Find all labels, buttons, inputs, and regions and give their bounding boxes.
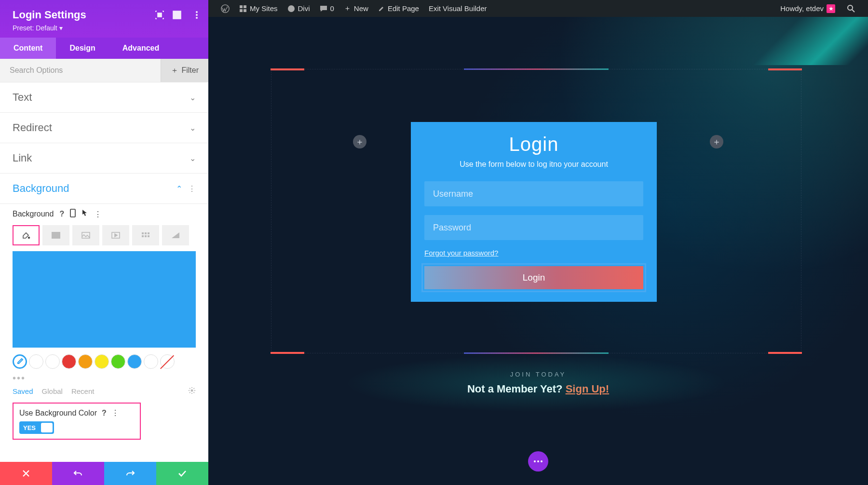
forgot-password-link[interactable]: Forgot your password? — [424, 249, 498, 257]
background-content: Background ? ⋮ ••• — [0, 204, 208, 449]
edit-page-link[interactable]: Edit Page — [373, 0, 424, 17]
swatch[interactable] — [127, 354, 142, 369]
chevron-up-icon: ⌃ — [176, 184, 182, 193]
chevron-down-icon: ▾ — [59, 24, 63, 32]
swatch[interactable] — [111, 354, 125, 369]
wp-logo-menu[interactable] — [216, 0, 234, 17]
password-input[interactable] — [424, 215, 643, 240]
svg-rect-20 — [148, 232, 149, 234]
wp-admin-bar: My Sites Divi 0 ＋New Edit Page Exit Visu… — [208, 0, 868, 17]
svg-rect-3 — [240, 9, 243, 12]
decorative-glow — [343, 354, 729, 412]
dock-icon[interactable] — [173, 11, 181, 19]
responsive-icon[interactable] — [70, 209, 76, 219]
svg-point-11 — [196, 14, 198, 16]
save-button[interactable] — [156, 462, 208, 485]
undo-icon — [73, 470, 83, 477]
svg-rect-8 — [173, 11, 181, 19]
exit-visual-builder[interactable]: Exit Visual Builder — [424, 0, 492, 17]
new-label: New — [354, 4, 368, 13]
bg-tab-color[interactable] — [13, 225, 40, 245]
swatch[interactable] — [29, 354, 43, 369]
avatar: ★ — [827, 4, 835, 13]
search-input[interactable] — [0, 59, 161, 82]
swatch[interactable] — [45, 354, 60, 369]
section-text[interactable]: Text ⌄ — [0, 82, 208, 113]
bg-tab-mask[interactable] — [162, 225, 189, 245]
section-redirect[interactable]: Redirect ⌄ — [0, 113, 208, 143]
svg-rect-15 — [52, 232, 60, 239]
bg-tab-image[interactable] — [72, 225, 99, 245]
chevron-down-icon: ⌄ — [190, 154, 196, 163]
username-input[interactable] — [424, 181, 643, 206]
search-icon — [847, 4, 855, 13]
swatch-none[interactable] — [160, 354, 175, 369]
swatch[interactable] — [62, 354, 76, 369]
section-link[interactable]: Link ⌄ — [0, 143, 208, 174]
my-sites-menu[interactable]: My Sites — [234, 0, 283, 17]
howdy-label: Howdy, etdev — [780, 4, 824, 13]
kebab-icon[interactable]: ⋮ — [111, 408, 119, 418]
login-module[interactable]: Login Use the form below to log itno you… — [411, 122, 657, 302]
more-swatches[interactable]: ••• — [13, 373, 196, 384]
bg-tab-pattern[interactable] — [132, 225, 159, 245]
comments-count: 0 — [330, 4, 334, 13]
chevron-down-icon: ⌄ — [190, 93, 196, 102]
section-background[interactable]: Background ⌃ ⋮ — [0, 174, 208, 204]
howdy-menu[interactable]: Howdy, etdev★ — [775, 0, 840, 17]
filter-button[interactable]: ＋Filter — [161, 59, 208, 82]
palette-recent[interactable]: Recent — [71, 387, 95, 395]
use-background-color-option: Use Background Color ? ⋮ YES — [13, 403, 141, 440]
comment-icon — [320, 5, 327, 13]
edit-page-label: Edit Page — [388, 4, 419, 13]
builder-fab[interactable] — [528, 451, 548, 472]
video-icon — [111, 232, 120, 239]
comments-menu[interactable]: 0 — [315, 0, 339, 17]
login-button[interactable]: Login — [424, 266, 643, 289]
svg-point-6 — [848, 5, 853, 10]
bg-tab-gradient[interactable] — [42, 225, 69, 245]
add-module-left[interactable]: ＋ — [353, 135, 366, 148]
color-preview[interactable] — [13, 251, 196, 348]
tab-content[interactable]: Content — [0, 38, 56, 59]
gear-icon[interactable] — [188, 387, 196, 396]
svg-rect-22 — [145, 235, 147, 237]
svg-point-12 — [196, 17, 198, 19]
admin-search[interactable] — [842, 0, 860, 17]
preset-selector[interactable]: Preset: Default ▾ — [13, 24, 196, 32]
tab-design[interactable]: Design — [56, 38, 108, 59]
svg-rect-2 — [244, 5, 246, 8]
expand-icon[interactable] — [155, 11, 164, 19]
close-button[interactable] — [0, 462, 52, 485]
image-icon — [81, 232, 90, 239]
login-subtitle: Use the form below to log itno your acco… — [424, 160, 643, 169]
palette-saved[interactable]: Saved — [13, 387, 33, 395]
kebab-icon[interactable]: ⋮ — [94, 210, 102, 219]
tab-advanced[interactable]: Advanced — [109, 38, 173, 59]
pattern-icon — [141, 232, 150, 239]
add-module-right[interactable]: ＋ — [710, 135, 723, 148]
plus-icon: ＋ — [344, 4, 351, 13]
svg-rect-21 — [142, 235, 144, 237]
color-picker-dropper[interactable] — [13, 354, 27, 369]
kebab-menu-icon[interactable] — [196, 11, 198, 19]
help-icon[interactable]: ? — [102, 409, 107, 418]
color-swatches — [13, 354, 196, 369]
hover-icon[interactable] — [81, 209, 88, 219]
swatch[interactable] — [95, 354, 109, 369]
divi-menu[interactable]: Divi — [283, 0, 315, 17]
help-icon[interactable]: ? — [59, 210, 64, 218]
swatch[interactable] — [144, 354, 158, 369]
background-type-tabs — [13, 225, 196, 245]
login-title: Login — [424, 134, 643, 155]
redo-button[interactable] — [104, 462, 156, 485]
new-menu[interactable]: ＋New — [339, 0, 373, 17]
svg-point-5 — [288, 5, 295, 12]
palette-global[interactable]: Global — [42, 387, 63, 395]
use-bg-toggle[interactable]: YES — [19, 421, 54, 434]
decorative-shape — [723, 17, 868, 65]
swatch[interactable] — [78, 354, 93, 369]
bg-tab-video[interactable] — [102, 225, 129, 245]
kebab-icon[interactable]: ⋮ — [188, 184, 196, 193]
undo-button[interactable] — [52, 462, 104, 485]
